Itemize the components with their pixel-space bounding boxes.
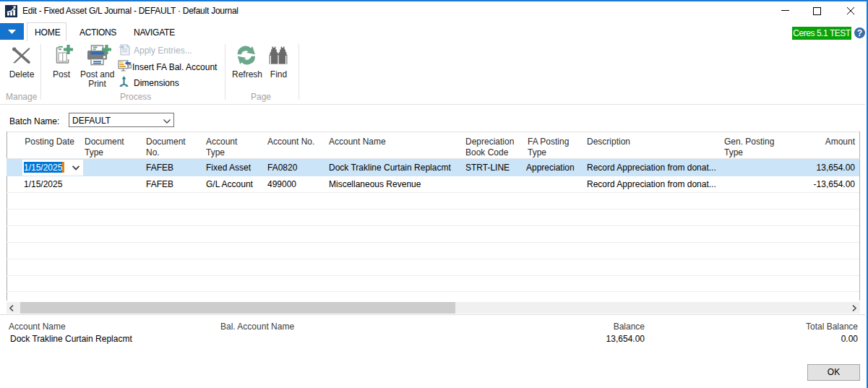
svg-text:?: ? — [857, 28, 862, 38]
